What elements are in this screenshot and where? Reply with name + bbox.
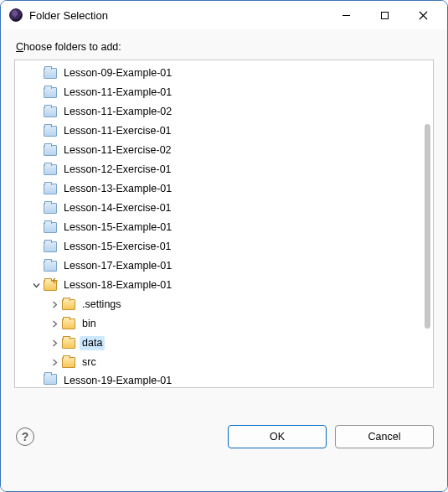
- cancel-button[interactable]: Cancel: [335, 425, 434, 448]
- chevron-right-icon[interactable]: [49, 299, 60, 311]
- tree-item-label[interactable]: Lesson-18-Example-01: [61, 278, 174, 293]
- expander-placeholder: [30, 164, 42, 176]
- tree-row[interactable]: Lesson-11-Exercise-01: [15, 122, 421, 141]
- folder-tree-container: Lesson-09-Example-01Lesson-11-Example-01…: [14, 60, 434, 388]
- tree-row[interactable]: .settings: [15, 295, 421, 314]
- chevron-right-icon[interactable]: [49, 338, 60, 350]
- folder-closed-icon: [44, 106, 57, 117]
- maximize-button[interactable]: [365, 3, 404, 28]
- folder-closed-icon: [44, 374, 57, 385]
- tree-row[interactable]: Lesson-14-Exercise-01: [15, 199, 421, 218]
- prompt-label: Choose folders to add:: [16, 41, 434, 53]
- folder-closed-icon: [44, 68, 57, 79]
- tree-item-label[interactable]: Lesson-13-Example-01: [61, 182, 174, 196]
- tree-item-label[interactable]: Lesson-15-Example-01: [61, 220, 174, 235]
- tree-row[interactable]: src: [15, 353, 421, 372]
- tree-item-label[interactable]: Lesson-12-Exercise-01: [61, 163, 174, 177]
- tree-item-label[interactable]: Lesson-11-Exercise-01: [61, 124, 174, 138]
- folder-open-icon: [62, 357, 75, 368]
- scrollbar-thumb[interactable]: [425, 124, 430, 329]
- vertical-scrollbar[interactable]: [421, 60, 433, 387]
- ok-button[interactable]: OK: [228, 425, 327, 448]
- tree-row[interactable]: Lesson-15-Example-01: [15, 218, 421, 237]
- chevron-right-icon[interactable]: [49, 357, 60, 369]
- tree-item-label[interactable]: Lesson-14-Exercise-01: [61, 201, 174, 215]
- tree-row[interactable]: Lesson-11-Example-02: [15, 102, 421, 122]
- tree-item-label[interactable]: Lesson-11-Example-01: [61, 85, 174, 100]
- folder-closed-icon: [44, 145, 57, 156]
- tree-row[interactable]: data: [15, 334, 421, 353]
- tree-row[interactable]: Lesson-11-Exercise-02: [15, 141, 421, 160]
- tree-item-label[interactable]: src: [80, 355, 99, 370]
- tree-item-label[interactable]: data: [80, 336, 105, 350]
- tree-row[interactable]: Lesson-17-Example-01: [15, 256, 421, 276]
- dialog-footer: ? OK Cancel: [14, 425, 434, 448]
- folder-tree[interactable]: Lesson-09-Example-01Lesson-11-Example-01…: [15, 60, 421, 387]
- expander-placeholder: [30, 203, 42, 215]
- tree-item-label[interactable]: Lesson-11-Exercise-02: [61, 143, 174, 158]
- expander-placeholder: [30, 145, 42, 157]
- folder-closed-icon: [44, 126, 57, 137]
- chevron-down-icon[interactable]: [30, 280, 42, 292]
- folder-open-icon: [44, 280, 57, 291]
- folder-open-icon: [62, 319, 75, 329]
- tree-row[interactable]: bin: [15, 314, 421, 334]
- window-title: Folder Selection: [29, 9, 108, 22]
- folder-closed-icon: [44, 261, 57, 272]
- titlebar: Folder Selection: [1, 1, 447, 29]
- svg-rect-1: [381, 12, 388, 18]
- minimize-button[interactable]: [327, 3, 365, 28]
- tree-item-label[interactable]: Lesson-09-Example-01: [61, 66, 174, 80]
- close-button[interactable]: [404, 3, 442, 28]
- tree-item-label[interactable]: Lesson-17-Example-01: [61, 259, 174, 273]
- dialog-body: Choose folders to add: Lesson-09-Example…: [1, 29, 447, 491]
- tree-item-label[interactable]: .settings: [80, 298, 124, 312]
- eclipse-icon: [9, 8, 23, 22]
- tree-item-label[interactable]: Lesson-19-Example-01: [61, 374, 174, 386]
- chevron-right-icon[interactable]: [49, 319, 60, 330]
- tree-item-label[interactable]: Lesson-15-Exercise-01: [61, 240, 174, 254]
- folder-closed-icon: [44, 184, 57, 194]
- tree-row[interactable]: Lesson-13-Example-01: [15, 179, 421, 199]
- tree-row[interactable]: Lesson-09-Example-01: [15, 64, 421, 83]
- dialog-window: Folder Selection Choose folders to add: …: [0, 0, 448, 492]
- folder-closed-icon: [44, 87, 57, 98]
- expander-placeholder: [30, 374, 42, 386]
- expander-placeholder: [30, 184, 42, 195]
- folder-closed-icon: [44, 241, 57, 252]
- folder-closed-icon: [44, 203, 57, 214]
- folder-closed-icon: [44, 222, 57, 233]
- tree-item-label[interactable]: bin: [80, 317, 99, 331]
- tree-row[interactable]: Lesson-12-Exercise-01: [15, 160, 421, 179]
- expander-placeholder: [30, 222, 42, 234]
- tree-row[interactable]: Lesson-18-Example-01: [15, 276, 421, 295]
- tree-row[interactable]: Lesson-11-Example-01: [15, 83, 421, 102]
- expander-placeholder: [30, 241, 42, 253]
- tree-item-label[interactable]: Lesson-11-Example-02: [61, 105, 174, 119]
- expander-placeholder: [30, 261, 42, 272]
- tree-row[interactable]: Lesson-15-Exercise-01: [15, 237, 421, 256]
- expander-placeholder: [30, 106, 42, 118]
- folder-open-icon: [62, 338, 75, 349]
- tree-row[interactable]: Lesson-19-Example-01: [15, 372, 421, 386]
- expander-placeholder: [30, 126, 42, 137]
- help-icon[interactable]: ?: [16, 427, 34, 446]
- folder-open-icon: [62, 299, 75, 310]
- folder-closed-icon: [44, 164, 57, 175]
- expander-placeholder: [30, 68, 42, 80]
- expander-placeholder: [30, 87, 42, 99]
